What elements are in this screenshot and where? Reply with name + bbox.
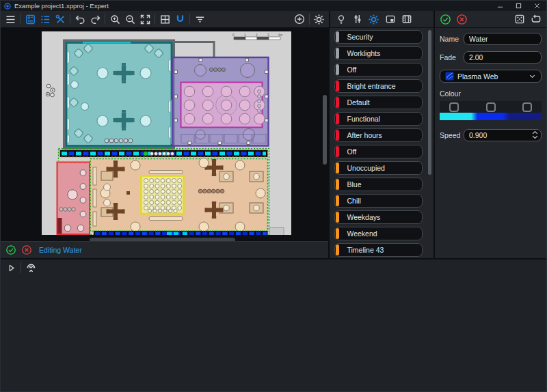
scene-list-scrollbar[interactable] [428,30,431,175]
effects-gear-icon [368,14,379,25]
scene-list-button[interactable] [38,12,53,27]
layout-button[interactable] [383,12,398,27]
maximize-button[interactable] [509,1,528,11]
plan-vertical-scrollbar[interactable] [323,95,327,165]
led-strip-bottom[interactable] [94,231,268,235]
scene-list-item[interactable]: Worklights [334,46,423,60]
close-icon [534,3,540,9]
scene-color-bar [336,31,339,42]
scene-color-bar [336,228,339,239]
scene-list-item[interactable]: Chill [334,194,423,208]
undo-button[interactable] [72,12,88,27]
snap-magnet-button[interactable] [172,12,187,27]
speed-spinner[interactable] [532,128,538,141]
scene-label: Unoccupied [347,164,384,172]
floor-plan[interactable]: 0 1 2 3 4m [42,31,291,235]
scene-list-item[interactable]: Bright entrance [334,79,423,93]
effect-name: Plasma Web [457,72,525,81]
randomize-button[interactable] [512,12,527,27]
redo-button[interactable] [88,12,103,27]
scenes-toolbar [329,11,434,27]
fade-row: Fade [440,51,542,64]
scene-list-item[interactable]: Blue [334,178,423,191]
magnet-icon [174,14,186,25]
effect-editor-panel: Name Fade Plasma Web Colour Speed [433,28,546,258]
plasma-web-icon [445,72,454,81]
editing-status-text: Editing Water [39,246,82,254]
status-cancel-button[interactable] [21,244,33,256]
led-strip-top[interactable] [60,150,268,158]
effects-button[interactable] [366,12,382,27]
transport-toolbar [1,260,546,275]
speed-input[interactable] [464,129,542,141]
editing-status-bar: Editing Water [1,241,328,258]
filter-button[interactable] [192,12,207,27]
settings-button[interactable] [312,12,327,27]
cancel-x-icon [21,244,32,255]
grid-yellow[interactable] [142,176,184,214]
close-button[interactable] [528,1,546,11]
room-purple[interactable] [173,57,269,146]
layout-icon [385,14,396,25]
scene-list-item[interactable]: Weekdays [334,210,423,224]
cancel-button[interactable] [454,12,469,27]
room-tan[interactable] [90,158,268,232]
tools-button[interactable] [53,12,68,27]
loop-button[interactable] [529,12,544,27]
film-icon [401,14,412,25]
scene-list-item[interactable]: Off [334,145,423,158]
confirm-check-icon [5,244,16,255]
fade-input[interactable] [464,51,542,64]
fixtures-button[interactable] [334,12,349,27]
plan-toolbar [1,11,329,27]
colour-gradient[interactable] [440,113,542,120]
scene-list-item[interactable]: Timeline 43 [334,243,423,257]
scene-list-item[interactable]: Default [334,96,423,109]
menu-button[interactable] [3,12,18,27]
scene-label: Blue [347,180,361,188]
zoom-in-button[interactable] [107,12,122,27]
project-button[interactable] [23,12,38,27]
undo-icon [75,14,86,25]
zoom-out-button[interactable] [122,12,137,27]
scene-list-item[interactable]: Security [334,30,423,44]
scene-list-item[interactable]: Off [334,63,423,76]
name-input[interactable] [464,33,542,45]
add-button[interactable] [292,12,307,27]
maximize-icon [516,3,522,9]
app-logo-icon [4,3,11,10]
plan-block [269,228,284,236]
stage-pink[interactable] [181,83,265,128]
scene-list-item[interactable]: After hours [334,128,423,142]
status-confirm-button[interactable] [5,244,17,256]
application-window: { "window": { "title": "Example project1… [0,0,547,392]
scene-label: Worklights [347,49,380,57]
room-teal[interactable] [66,43,172,146]
timelines-button[interactable] [399,12,414,27]
zoom-out-icon [124,14,136,25]
zoom-fit-button[interactable] [137,12,152,27]
minimize-button[interactable] [491,1,509,11]
grid-button[interactable] [157,12,172,27]
dice-icon [514,14,525,25]
dimmers-button[interactable] [350,12,365,27]
room-red[interactable] [57,162,90,235]
colour-swatch-1[interactable] [449,102,459,112]
menu-icon [5,14,16,25]
timeline-panel [1,258,546,392]
confirm-check-icon [440,14,451,25]
scene-list-item[interactable]: Unoccupied [334,161,423,175]
effect-dropdown[interactable]: Plasma Web [440,70,542,83]
scene-color-bar [336,130,339,141]
colour-swatch-2[interactable] [486,102,496,112]
colour-swatch-3[interactable] [522,102,532,112]
output-button[interactable] [23,260,38,275]
name-label: Name [440,35,464,43]
scene-list-item[interactable]: Functional [334,112,423,126]
spinner-down-icon [532,135,538,139]
scene-list-panel: Security Worklights Off Bright entrance … [328,28,433,258]
play-button[interactable] [3,260,18,275]
scene-list-item[interactable]: Weekend [334,227,423,240]
confirm-button[interactable] [438,12,453,27]
scene-color-bar [336,163,339,173]
